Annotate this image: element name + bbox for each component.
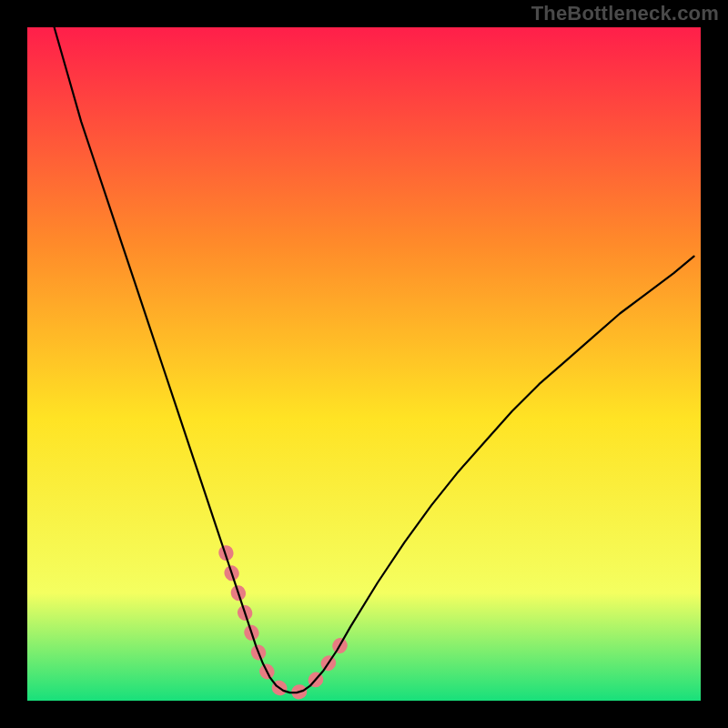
watermark-text: TheBottleneck.com bbox=[531, 2, 719, 25]
plot-area bbox=[27, 27, 701, 701]
gradient-background bbox=[27, 27, 701, 701]
bottleneck-chart bbox=[27, 27, 701, 701]
chart-frame: TheBottleneck.com bbox=[0, 0, 728, 728]
